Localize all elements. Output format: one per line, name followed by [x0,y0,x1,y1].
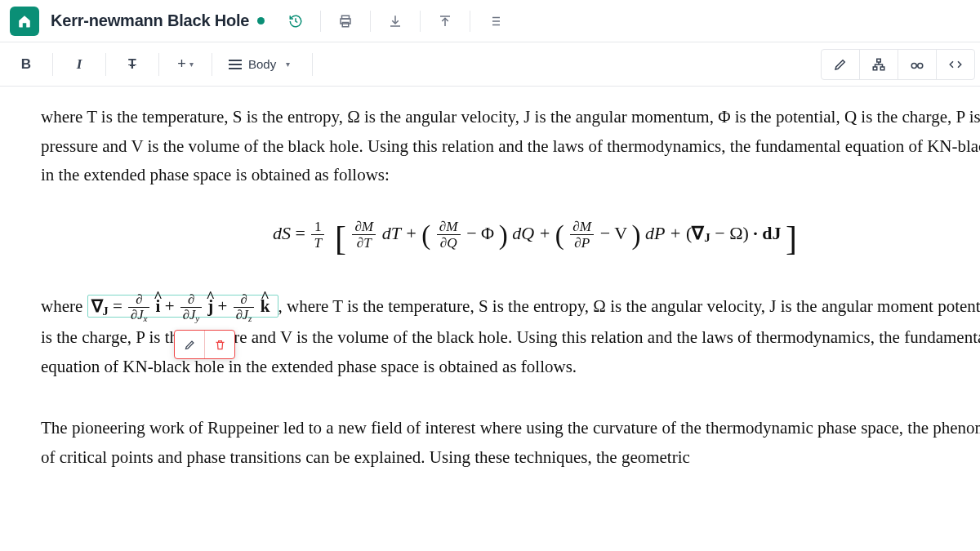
home-icon [17,14,32,29]
svg-point-12 [911,63,916,68]
paragraph-icon [229,60,242,69]
structure-button[interactable] [859,49,898,80]
view-button[interactable] [898,49,937,80]
svg-rect-9 [877,59,881,62]
svg-rect-11 [880,67,884,70]
top-bar: Kerr-newmann Black Hole [0,0,980,42]
paragraph-style-label: Body [248,57,276,71]
equation-display[interactable]: dS = 1T [ ∂M∂T dT + ( ∂M∂Q − Φ ) dQ + ( … [41,210,980,268]
list-button[interactable] [475,7,514,36]
pencil-icon [184,339,196,351]
bold-button[interactable]: B [5,49,47,80]
print-icon [338,14,353,29]
history-button[interactable] [276,7,315,36]
separator [370,11,371,32]
separator [312,53,313,76]
paragraph-style-select[interactable]: Body ▾ [217,49,307,80]
svg-rect-10 [873,67,877,70]
separator [105,53,106,76]
paragraph[interactable]: where T is the temperature, S is the ent… [41,103,980,190]
chevron-down-icon: ▾ [189,60,194,69]
saved-indicator-icon [257,17,265,24]
svg-point-13 [918,63,923,68]
italic-button[interactable]: I [58,49,100,80]
code-icon [948,57,963,72]
strike-button[interactable]: T [111,49,154,80]
separator [320,11,321,32]
insert-button[interactable]: +▾ [164,49,207,80]
separator [470,11,470,32]
code-button[interactable] [936,49,975,80]
upload-button[interactable] [425,7,465,36]
download-button[interactable] [376,7,415,36]
separator [52,53,53,76]
tree-icon [871,57,886,72]
print-button[interactable] [326,7,365,36]
equation-edit-popup [174,330,235,359]
list-icon [488,14,502,29]
pencil-icon [833,57,848,72]
inline-equation-selected[interactable]: ∇J = ∂∂Jx i + ∂∂Jy j + ∂∂Jz k [87,295,278,318]
glasses-icon [910,57,924,72]
separator [212,53,212,76]
upload-icon [438,14,452,29]
download-icon [388,14,403,29]
format-toolbar: B I T +▾ Body ▾ [0,42,980,87]
home-button[interactable] [10,7,39,36]
delete-equation-button[interactable] [205,331,234,358]
paragraph[interactable]: The pioneering work of Ruppeiner led to … [41,414,980,472]
trash-icon [214,339,226,351]
chevron-down-icon: ▾ [286,60,290,69]
document-content[interactable]: where T is the temperature, S is the ent… [0,87,980,473]
edit-mode-button[interactable] [821,49,860,80]
document-title[interactable]: Kerr-newmann Black Hole [51,11,249,30]
separator [158,53,159,76]
separator [420,11,421,32]
history-icon [288,14,303,29]
edit-equation-button[interactable] [175,331,204,358]
